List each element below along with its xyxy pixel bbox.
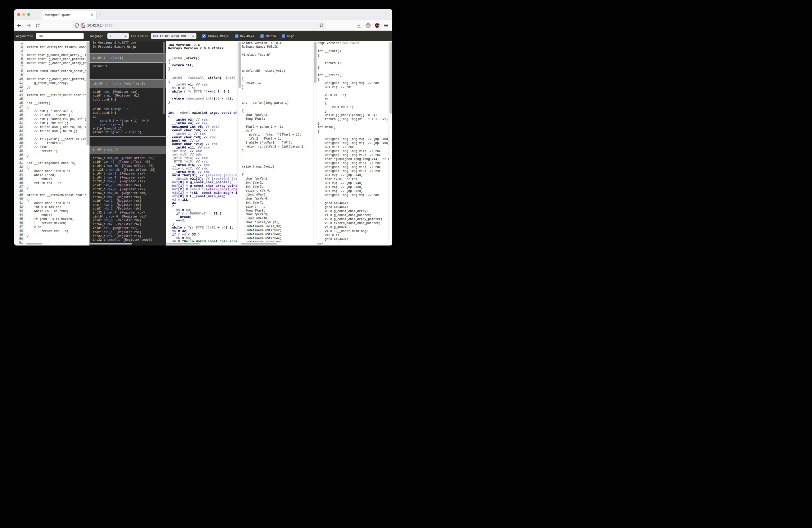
svg-text:uO: uO (376, 24, 379, 27)
